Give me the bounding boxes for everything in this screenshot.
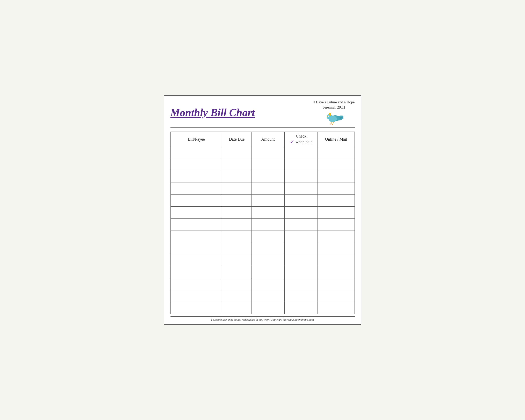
table-cell	[318, 171, 355, 183]
table-cell	[318, 195, 355, 207]
table-cell	[222, 302, 252, 314]
table-cell	[170, 147, 222, 159]
table-cell	[170, 290, 222, 302]
table-cell	[252, 195, 285, 207]
table-cell	[222, 254, 252, 266]
page-header: Monthly Bill Chart I Have a Future and a…	[170, 100, 355, 128]
table-cell	[252, 219, 285, 231]
table-cell	[318, 207, 355, 219]
svg-line-10	[331, 122, 332, 124]
table-cell	[285, 171, 318, 183]
page-footer: Personal use only, do not redistribute i…	[170, 316, 355, 321]
table-row	[170, 266, 355, 278]
table-cell	[285, 302, 318, 314]
table-row	[170, 183, 355, 195]
page-title: Monthly Bill Chart	[170, 107, 255, 118]
table-cell	[170, 219, 222, 231]
table-cell	[222, 266, 252, 278]
table-row	[170, 207, 355, 219]
table-cell	[318, 302, 355, 314]
table-cell	[170, 207, 222, 219]
table-cell	[318, 266, 355, 278]
svg-line-13	[333, 122, 334, 124]
table-cell	[252, 266, 285, 278]
verse-text: I Have a Future and a Hope Jeremiah 29:1…	[314, 100, 355, 110]
table-cell	[285, 290, 318, 302]
table-cell	[285, 266, 318, 278]
col-header-check-when-paid: Check ✓ when paid	[285, 132, 318, 147]
col-header-amount: Amount	[252, 132, 285, 147]
table-cell	[285, 254, 318, 266]
table-header-row: Bill/Payee Date Due Amount Check ✓ when …	[170, 132, 355, 147]
table-cell	[170, 254, 222, 266]
table-cell	[285, 278, 318, 290]
table-cell	[285, 242, 318, 254]
table-cell	[222, 219, 252, 231]
table-row	[170, 219, 355, 231]
table-row	[170, 195, 355, 207]
bill-table: Bill/Payee Date Due Amount Check ✓ when …	[170, 131, 355, 314]
table-cell	[318, 290, 355, 302]
table-cell	[252, 183, 285, 195]
table-cell	[285, 147, 318, 159]
table-cell	[252, 159, 285, 171]
table-row	[170, 147, 355, 159]
table-row	[170, 171, 355, 183]
table-row	[170, 302, 355, 314]
table-cell	[222, 159, 252, 171]
table-row	[170, 231, 355, 242]
table-cell	[318, 219, 355, 231]
table-cell	[170, 171, 222, 183]
table-cell	[252, 242, 285, 254]
table-cell	[170, 242, 222, 254]
table-cell	[252, 207, 285, 219]
table-cell	[222, 171, 252, 183]
col-header-online-mail: Online / Mail	[318, 132, 355, 147]
table-row	[170, 290, 355, 302]
check-header-content: Check ✓ when paid	[286, 134, 316, 145]
table-cell	[170, 302, 222, 314]
table-cell	[252, 254, 285, 266]
table-cell	[170, 183, 222, 195]
table-cell	[222, 231, 252, 242]
table-cell	[318, 183, 355, 195]
col-header-date-due: Date Due	[222, 132, 252, 147]
table-cell	[222, 278, 252, 290]
table-cell	[285, 219, 318, 231]
table-cell	[252, 290, 285, 302]
table-cell	[318, 254, 355, 266]
table-cell	[170, 195, 222, 207]
table-cell	[318, 159, 355, 171]
table-cell	[252, 147, 285, 159]
table-cell	[222, 195, 252, 207]
table-cell	[222, 242, 252, 254]
table-cell	[170, 231, 222, 242]
checkmark-icon: ✓	[290, 139, 294, 145]
table-cell	[285, 159, 318, 171]
table-cell	[318, 242, 355, 254]
page-container: Monthly Bill Chart I Have a Future and a…	[164, 95, 361, 325]
title-area: Monthly Bill Chart	[170, 107, 255, 118]
bird-icon	[325, 111, 343, 125]
table-row	[170, 159, 355, 171]
header-right: I Have a Future and a Hope Jeremiah 29:1…	[314, 100, 355, 125]
table-cell	[318, 147, 355, 159]
table-cell	[252, 278, 285, 290]
table-cell	[318, 231, 355, 242]
col-header-bill-payee: Bill/Payee	[170, 132, 222, 147]
table-cell	[170, 159, 222, 171]
table-cell	[170, 266, 222, 278]
table-cell	[252, 171, 285, 183]
table-cell	[222, 207, 252, 219]
table-cell	[285, 195, 318, 207]
table-cell	[285, 207, 318, 219]
table-cell	[170, 278, 222, 290]
table-cell	[318, 278, 355, 290]
table-cell	[222, 183, 252, 195]
table-row	[170, 242, 355, 254]
table-cell	[285, 183, 318, 195]
table-cell	[285, 231, 318, 242]
table-row	[170, 278, 355, 290]
table-row	[170, 254, 355, 266]
table-cell	[252, 231, 285, 242]
